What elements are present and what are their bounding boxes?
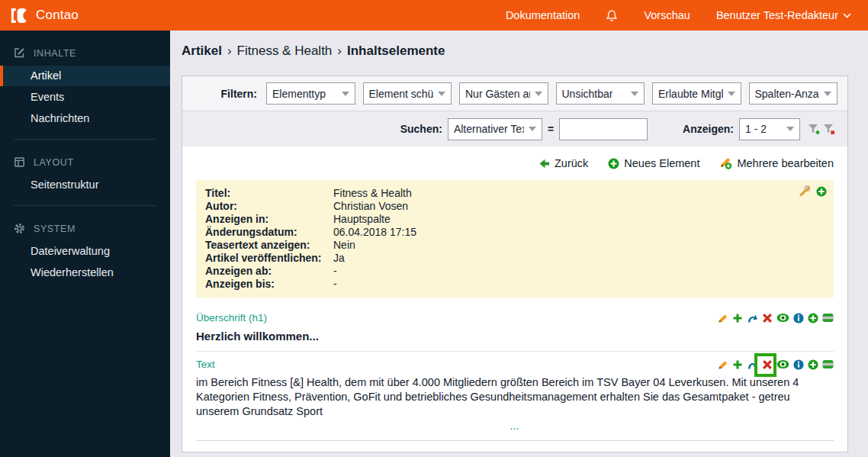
info-icon[interactable] [793, 313, 804, 323]
edit-multiple-link[interactable]: Mehrere bearbeiten [719, 157, 834, 169]
brand: Contao [0, 6, 79, 25]
info-row: Teasertext anzeigen:Nein [205, 239, 825, 252]
info-row: Autor:Christian Vosen [205, 200, 825, 213]
breadcrumb-separator: › [227, 43, 232, 58]
move-icon[interactable] [747, 359, 758, 370]
contao-logo-icon [9, 6, 28, 25]
new-element-link[interactable]: Neues Element [608, 157, 699, 169]
show-label: Anzeigen: [683, 123, 734, 135]
element-action-icons [718, 359, 834, 370]
sidebar-section-inhalte: INHALTE Artikel Events Nachrichten [0, 31, 170, 129]
breadcrumb-inhaltselemente: Inhaltselemente [347, 43, 445, 58]
filter-erlaubte-mitglieder-dropdown[interactable]: Erlaubte Mitglie [652, 82, 741, 105]
info-row: Anzeigen ab:- [205, 265, 825, 278]
move-icon[interactable] [747, 313, 758, 323]
top-bar: Contao Dokumentation Vorschau Benutzer T… [0, 0, 868, 31]
search-operator: = [548, 123, 554, 135]
dropdown-arrow-icon [438, 92, 445, 96]
sidebar-item-seitenstruktur[interactable]: Seitenstruktur [0, 175, 170, 195]
edit-icon[interactable] [718, 313, 728, 323]
article-info-box: Titel:Fitness & Health Autor:Christian V… [196, 180, 834, 298]
copy-icon[interactable] [732, 359, 743, 370]
new-after-icon[interactable] [808, 313, 818, 323]
info-icon[interactable] [793, 359, 804, 370]
visibility-icon[interactable] [776, 359, 789, 369]
filter-spalten-anzahl-dropdown[interactable]: Spalten-Anzahl [749, 82, 838, 105]
layout-icon [14, 156, 25, 168]
back-link[interactable]: Zurück [538, 157, 588, 169]
top-nav: Dokumentation Vorschau Benutzer Test-Red… [506, 9, 868, 22]
sidebar-item-wiederherstellen[interactable]: Wiederherstellen [0, 262, 170, 283]
show-more-link[interactable]: ... [196, 422, 834, 431]
sidebar-item-events[interactable]: Events [0, 87, 170, 108]
sidebar-section-header: SYSTEM [0, 217, 170, 240]
dropdown-arrow-icon [631, 92, 638, 96]
sidebar-item-nachrichten[interactable]: Nachrichten [0, 108, 170, 129]
notification-bell-icon[interactable] [606, 9, 618, 22]
filter-label: Filtern: [182, 88, 259, 100]
sidebar-section-system: SYSTEM Dateiverwaltung Wiederherstellen [0, 206, 170, 283]
sidebar: INHALTE Artikel Events Nachrichten LAYOU… [0, 31, 170, 457]
delete-icon-wrapper [762, 359, 773, 370]
search-bar: Suchen: Alternativer Text = Anzeigen: 1 … [182, 111, 847, 146]
plus-circle-icon [608, 158, 619, 169]
element-content: im Bereich Fitness [&] Health, dem mit ü… [196, 375, 834, 419]
listing-panel: Filtern: Elementtyp Element schütze Nur … [182, 76, 848, 452]
delete-icon[interactable] [762, 359, 773, 370]
documentation-link[interactable]: Dokumentation [506, 9, 580, 21]
chevron-down-icon [843, 13, 851, 18]
sidebar-item-dateiverwaltung[interactable]: Dateiverwaltung [0, 241, 170, 262]
article-settings-wrench-icon[interactable] [798, 185, 811, 197]
user-menu[interactable]: Benutzer Test-Redakteur [716, 9, 851, 21]
info-row: Titel:Fitness & Health [205, 187, 825, 200]
sidebar-section-label: SYSTEM [34, 224, 76, 234]
filter-buttons [808, 124, 835, 135]
copy-icon[interactable] [732, 313, 743, 323]
article-settings-icons [798, 185, 827, 197]
sidebar-section-header: INHALTE [0, 41, 170, 65]
dropdown-arrow-icon [824, 92, 831, 96]
dropdown-arrow-icon [786, 127, 794, 131]
app-title: Contao [36, 8, 79, 23]
filter-element-schuetzen-dropdown[interactable]: Element schütze [363, 82, 452, 105]
new-after-icon[interactable] [808, 359, 818, 370]
content-element-headline: Überschrift (h1) Herzlich willkommen... [196, 305, 834, 351]
dropdown-arrow-icon [535, 92, 542, 96]
main-area: Artikel›Fitness & Health›Inhaltselemente… [170, 31, 868, 457]
dropdown-arrow-icon [529, 127, 536, 131]
action-links: Zurück Neues Element [196, 156, 834, 180]
list-end-divider [196, 440, 834, 441]
content-element-text: Text im Bereic [196, 351, 834, 439]
delete-icon[interactable] [762, 313, 773, 323]
preview-link[interactable]: Vorschau [644, 9, 690, 21]
sidebar-section-layout: LAYOUT Seitenstruktur [0, 140, 170, 195]
breadcrumb-artikel[interactable]: Artikel [182, 43, 222, 58]
content-list: Zurück Neues Element [182, 146, 847, 452]
filter-unsichtbar-dropdown[interactable]: Unsichtbar [556, 82, 645, 105]
filter-nur-gaesten-dropdown[interactable]: Nur Gästen anze [459, 82, 548, 105]
info-row: Artikel veröffentlichen:Ja [205, 252, 825, 265]
show-range-dropdown[interactable]: 1 - 2 [739, 118, 800, 140]
edit-icon[interactable] [718, 359, 728, 370]
element-type-label: Text [196, 359, 215, 370]
search-value-input[interactable] [559, 118, 648, 140]
user-menu-label: Benutzer Test-Redakteur [716, 9, 838, 21]
sidebar-item-artikel[interactable]: Artikel [0, 66, 170, 86]
breadcrumb: Artikel›Fitness & Health›Inhaltselemente [182, 43, 445, 59]
sidebar-section-label: LAYOUT [34, 157, 74, 168]
dropdown-arrow-icon [342, 92, 349, 96]
filter-bar: Filtern: Elementtyp Element schütze Nur … [182, 76, 847, 111]
dropdown-arrow-icon [728, 92, 735, 96]
filter-elementtyp-dropdown[interactable]: Elementtyp [266, 82, 355, 105]
visibility-icon[interactable] [776, 313, 789, 323]
drag-handle-icon[interactable] [822, 313, 834, 323]
reset-filter-funnel-icon[interactable] [823, 124, 835, 135]
new-element-top-icon[interactable] [816, 186, 827, 197]
search-field-dropdown[interactable]: Alternativer Text [448, 118, 542, 140]
drag-handle-icon[interactable] [822, 359, 834, 369]
compose-icon [14, 47, 25, 59]
back-arrow-icon [538, 159, 550, 169]
breadcrumb-fitness-health[interactable]: Fitness & Health [237, 43, 333, 58]
sidebar-section-label: INHALTE [34, 48, 76, 59]
apply-filter-funnel-icon[interactable] [808, 124, 820, 135]
